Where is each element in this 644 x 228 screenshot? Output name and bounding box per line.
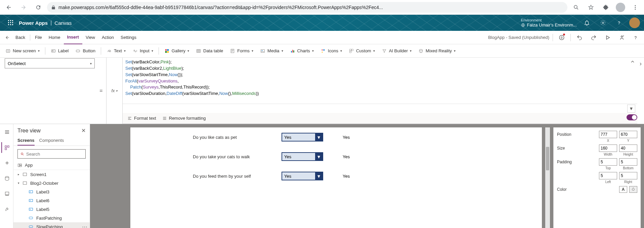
- tree-tab-components[interactable]: Components: [39, 136, 64, 146]
- custom-button[interactable]: Custom▾: [346, 46, 378, 56]
- remove-formatting-button[interactable]: Remove formatting: [162, 116, 206, 121]
- share-icon[interactable]: [616, 32, 627, 43]
- rail-tree-icon[interactable]: [1, 142, 12, 153]
- formula-editor[interactable]: Set(varBackColor,Pink);Set(varBackColor2…: [122, 58, 637, 124]
- input-button[interactable]: Input▾: [130, 46, 156, 56]
- app-checker-icon[interactable]: [556, 32, 567, 43]
- zoom-search-icon[interactable]: [570, 1, 582, 13]
- fill-color-swatch[interactable]: [629, 186, 637, 193]
- charts-button[interactable]: Charts▾: [287, 46, 316, 56]
- canvas-scrollbar[interactable]: [545, 127, 550, 228]
- svg-rect-7: [8, 22, 9, 23]
- svg-point-24: [135, 51, 136, 52]
- menu-home[interactable]: Home: [45, 31, 64, 44]
- back-button[interactable]: [3, 1, 15, 13]
- property-selector[interactable]: OnSelect▾: [5, 58, 95, 68]
- tree-item-slowpatching[interactable]: SlowPatching⋯: [13, 222, 90, 228]
- menu-view[interactable]: View: [82, 31, 98, 44]
- rail-media-icon[interactable]: [1, 188, 12, 199]
- svg-rect-48: [5, 192, 9, 195]
- browser-menu-icon[interactable]: [629, 1, 641, 13]
- tree-item-fastpatching[interactable]: FastPatching: [13, 214, 90, 222]
- help-menu-icon[interactable]: ?: [631, 32, 641, 43]
- menu-action[interactable]: Action: [98, 31, 117, 44]
- app-launcher-icon[interactable]: [4, 15, 17, 31]
- rail-tools-icon[interactable]: [1, 204, 12, 215]
- survey-dropdown[interactable]: Yes▾: [282, 133, 323, 141]
- rail-hamburger-icon[interactable]: [1, 127, 12, 137]
- environment-selector[interactable]: Environment Faiza Umair's Environm...: [521, 18, 577, 28]
- forms-button[interactable]: Forms▾: [227, 46, 256, 56]
- mixed-reality-button[interactable]: Mixed Reality▾: [416, 46, 458, 56]
- settings-icon[interactable]: [597, 17, 609, 29]
- canvas-sheet[interactable]: Do you like cats as petYes▾YesDo you tak…: [130, 127, 542, 228]
- pos-y-input[interactable]: [619, 131, 637, 138]
- notifications-icon[interactable]: [581, 17, 593, 29]
- lock-icon: [51, 5, 56, 10]
- tree-item-label5[interactable]: Label5: [13, 205, 90, 214]
- new-screen-button[interactable]: New screen▾: [3, 46, 42, 56]
- survey-dropdown[interactable]: Yes▾: [282, 152, 323, 161]
- width-input[interactable]: [599, 145, 617, 152]
- text-button[interactable]: AbText▾: [104, 46, 128, 56]
- svg-rect-30: [231, 49, 234, 53]
- label-button[interactable]: Label: [48, 46, 72, 56]
- tree-tab-screens[interactable]: Screens: [17, 136, 35, 146]
- gallery-button[interactable]: Gallery▾: [162, 46, 192, 56]
- survey-answer: Yes: [343, 135, 350, 140]
- preview-icon[interactable]: [602, 32, 613, 43]
- menu-file[interactable]: File: [32, 31, 45, 44]
- height-input[interactable]: [619, 145, 637, 152]
- tree-item-blog2-october[interactable]: ▾Blog2-October: [13, 179, 90, 187]
- datatable-button[interactable]: Data table: [193, 46, 226, 56]
- media-button[interactable]: Media▾: [257, 46, 286, 56]
- tree-item-label6[interactable]: Label6: [13, 196, 90, 205]
- collapse-formula-icon[interactable]: [630, 59, 635, 64]
- ai-builder-button[interactable]: AI Builder▾: [379, 46, 414, 56]
- tree-item-screen1[interactable]: ▸Screen1: [13, 170, 90, 179]
- formula-toggle[interactable]: [627, 114, 637, 120]
- bookmark-star-icon[interactable]: [585, 1, 597, 13]
- tree-app-root[interactable]: App: [13, 161, 90, 170]
- svg-rect-8: [10, 22, 11, 23]
- pad-right-input[interactable]: [619, 172, 637, 179]
- menu-bar: Back FileHomeInsertViewActionSettings Bl…: [0, 31, 644, 44]
- rail-data-icon[interactable]: [1, 173, 12, 184]
- help-icon[interactable]: ?: [613, 17, 625, 29]
- pad-left-input[interactable]: [599, 172, 617, 179]
- address-bar[interactable]: make.powerapps.com/e/6af555cd-dd9e-44ea-…: [47, 2, 567, 13]
- redo-icon[interactable]: [588, 32, 599, 43]
- extensions-icon[interactable]: [600, 1, 612, 13]
- tree-item-label3[interactable]: Label3: [13, 187, 90, 196]
- pos-x-input[interactable]: [599, 131, 617, 138]
- close-tree-icon[interactable]: ✕: [81, 127, 86, 134]
- icons-button[interactable]: Icons▾: [318, 46, 345, 56]
- fx-button[interactable]: fx▾: [106, 58, 122, 124]
- svg-rect-54: [23, 173, 27, 176]
- profile-icon[interactable]: [614, 1, 627, 13]
- svg-point-17: [621, 36, 623, 37]
- undo-icon[interactable]: [574, 32, 585, 43]
- survey-dropdown[interactable]: Yes▾: [282, 172, 323, 180]
- expand-panel-icon[interactable]: [637, 58, 644, 124]
- user-avatar[interactable]: [629, 17, 640, 28]
- pad-bottom-input[interactable]: [619, 158, 637, 166]
- tree-search-input[interactable]: [17, 149, 86, 159]
- formula-result-dropdown[interactable]: ▾: [627, 105, 635, 113]
- pad-top-input[interactable]: [599, 158, 617, 166]
- rail-insert-icon[interactable]: [1, 158, 12, 168]
- button-button[interactable]: Button: [73, 46, 98, 56]
- reload-button[interactable]: [32, 1, 44, 13]
- forward-button[interactable]: [17, 1, 30, 13]
- font-color-swatch[interactable]: A: [619, 186, 627, 193]
- svg-rect-28: [167, 51, 169, 53]
- menu-back-icon[interactable]: [3, 33, 12, 42]
- svg-rect-21: [76, 50, 80, 52]
- format-text-button[interactable]: Format text: [127, 116, 156, 121]
- product-name[interactable]: Power Apps: [19, 20, 48, 26]
- menu-settings[interactable]: Settings: [117, 31, 140, 44]
- svg-rect-33: [291, 51, 292, 53]
- menu-insert[interactable]: Insert: [64, 31, 82, 44]
- svg-point-36: [321, 49, 323, 51]
- menu-back[interactable]: Back: [12, 31, 29, 44]
